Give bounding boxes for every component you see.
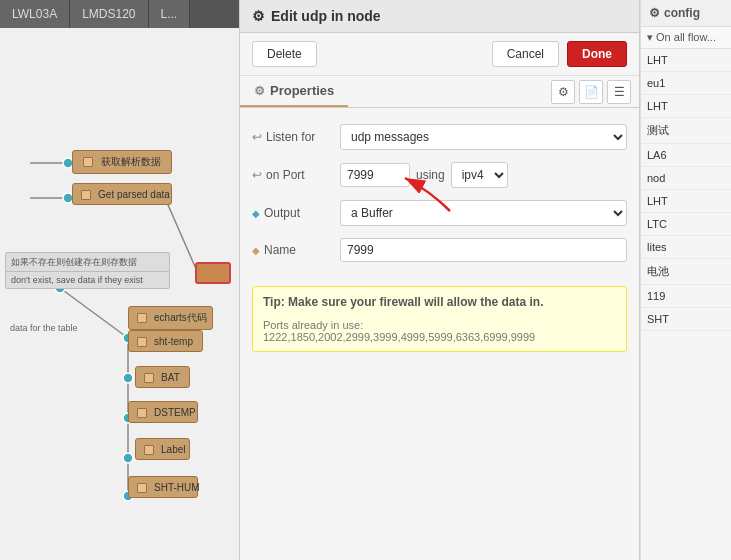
prop-tab-icons: ⚙ 📄 ☰ [551, 80, 639, 104]
output-select[interactable]: a Buffer a String [340, 200, 627, 226]
output-label: ◆ Output [252, 206, 332, 220]
dialog-titlebar: ⚙ Edit udp in node [240, 0, 639, 33]
sidebar-item-10[interactable]: 119 [641, 285, 731, 308]
tab-lwl03a[interactable]: LWL03A [0, 0, 70, 28]
on-port-icon: ↩ [252, 168, 262, 182]
form-row-on-port: ↩ on Port 7999 using ipv4 ipv6 [240, 156, 639, 194]
sidebar-gear-icon: ⚙ [649, 6, 660, 20]
sidebar-header: ⚙ config [641, 0, 731, 27]
node-sht-hum[interactable]: SHT-HUM [128, 476, 198, 498]
sidebar-item-2[interactable]: LHT [641, 95, 731, 118]
svg-point-17 [123, 453, 133, 463]
prop-icon-list[interactable]: ☰ [607, 80, 631, 104]
dialog-buttons: Delete Cancel Done [240, 33, 639, 76]
sidebar-title: config [664, 6, 700, 20]
node-highlight [195, 262, 231, 284]
properties-tab-bar: ⚙ Properties ⚙ 📄 ☰ [240, 76, 639, 108]
prop-tab-gear-icon: ⚙ [254, 84, 265, 98]
listen-for-select[interactable]: udp messages multicast message [340, 124, 627, 150]
node-dstemp[interactable]: DSTEMP [128, 401, 198, 423]
prop-icon-doc[interactable]: 📄 [579, 80, 603, 104]
label-table: data for the table [10, 323, 78, 333]
dialog-gear-icon: ⚙ [252, 8, 265, 24]
name-input[interactable]: 7999 [340, 238, 627, 262]
sidebar-item-11[interactable]: SHT [641, 308, 731, 331]
sidebar-items: LHTeu1LHT测试LA6nodLHTLTClites电池119SHT [641, 49, 731, 331]
node-get-parsed-en[interactable]: Get parsed data [72, 183, 172, 205]
tip-ports-label: Ports already in use: [263, 319, 616, 331]
name-control: 7999 [340, 238, 627, 262]
sidebar-item-9[interactable]: 电池 [641, 259, 731, 285]
form-row-name: ◆ Name 7999 [240, 232, 639, 268]
on-port-row: 7999 using ipv4 ipv6 [340, 162, 627, 188]
listen-for-control: udp messages multicast message [340, 124, 627, 150]
port-input[interactable]: 7999 [340, 163, 410, 187]
sidebar-item-6[interactable]: LHT [641, 190, 731, 213]
dialog-area: ⚙ Edit udp in node Delete Cancel Done ⚙ … [240, 0, 640, 560]
name-icon: ◆ [252, 245, 260, 256]
name-label: ◆ Name [252, 243, 332, 257]
done-button[interactable]: Done [567, 41, 627, 67]
prop-icon-gear[interactable]: ⚙ [551, 80, 575, 104]
tab-lmds120[interactable]: LMDS120 [70, 0, 148, 28]
output-icon: ◆ [252, 208, 260, 219]
output-control: a Buffer a String [340, 200, 627, 226]
cancel-button[interactable]: Cancel [492, 41, 559, 67]
properties-panel: ⚙ Properties ⚙ 📄 ☰ ↩ Listen for udp mess… [240, 76, 639, 560]
sidebar-item-3[interactable]: 测试 [641, 118, 731, 144]
tab-bar: LWL03A LMDS120 L... [0, 0, 239, 28]
using-text: using [416, 168, 445, 182]
sidebar-item-1[interactable]: eu1 [641, 72, 731, 95]
sidebar-section: ▾ On all flow... [641, 27, 731, 49]
sidebar-item-7[interactable]: LTC [641, 213, 731, 236]
node-bat[interactable]: BAT [135, 366, 190, 388]
properties-tab[interactable]: ⚙ Properties [240, 76, 348, 107]
form-row-output: ◆ Output a Buffer a String [240, 194, 639, 232]
protocol-select[interactable]: ipv4 ipv6 [451, 162, 508, 188]
sidebar-item-4[interactable]: LA6 [641, 144, 731, 167]
tip-box: Tip: Make sure your firewall will allow … [252, 286, 627, 352]
sidebar-item-0[interactable]: LHT [641, 49, 731, 72]
on-port-label: ↩ on Port [252, 168, 332, 182]
canvas-area: LWL03A LMDS120 L... [0, 0, 240, 560]
node-echarts[interactable]: echarts代码 [128, 306, 213, 330]
node-save-data-zh: 如果不存在则创建存在则存数据 [5, 252, 170, 273]
prop-tab-label: Properties [270, 83, 334, 98]
node-save-data-en: don't exist, save data if they exist [5, 271, 170, 289]
tab-l[interactable]: L... [149, 0, 191, 28]
svg-point-15 [123, 373, 133, 383]
listen-for-label: ↩ Listen for [252, 130, 332, 144]
tip-title: Tip: Make sure your firewall will allow … [263, 295, 616, 309]
delete-button[interactable]: Delete [252, 41, 317, 67]
dialog-title: Edit udp in node [271, 8, 381, 24]
tip-ports-value: 1222,1850,2002,2999,3999,4999,5999,6363,… [263, 331, 616, 343]
node-label[interactable]: Label [135, 438, 190, 460]
node-sht-temp[interactable]: sht-temp [128, 330, 203, 352]
right-sidebar: ⚙ config ▾ On all flow... LHTeu1LHT测试LA6… [640, 0, 731, 560]
form-row-listen-for: ↩ Listen for udp messages multicast mess… [240, 118, 639, 156]
form-body: ↩ Listen for udp messages multicast mess… [240, 108, 639, 278]
sidebar-item-8[interactable]: lites [641, 236, 731, 259]
node-get-parsed-zh[interactable]: 获取解析数据 [72, 150, 172, 174]
sidebar-item-5[interactable]: nod [641, 167, 731, 190]
listen-for-icon: ↩ [252, 130, 262, 144]
